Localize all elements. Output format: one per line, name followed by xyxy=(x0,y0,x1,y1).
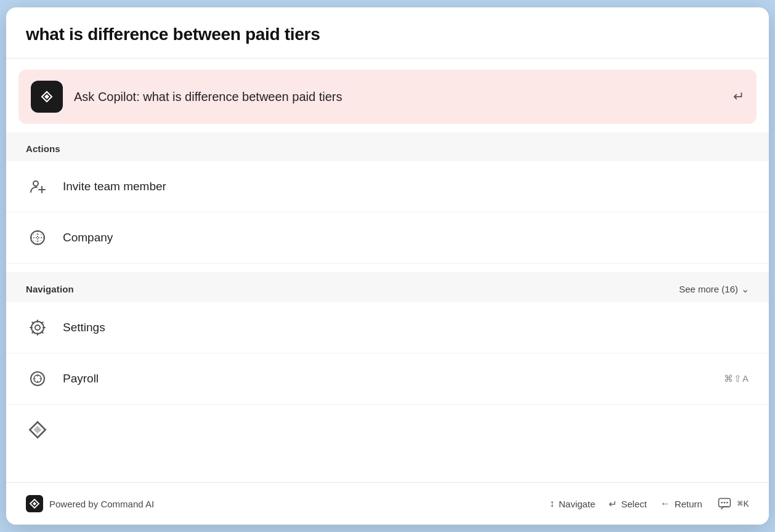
svg-point-16 xyxy=(721,502,723,504)
modal-header: what is difference between paid tiers xyxy=(6,7,769,58)
svg-point-11 xyxy=(31,321,44,334)
return-label: Return xyxy=(675,499,702,509)
footer-brand: Powered by Command AI xyxy=(26,495,154,512)
actions-list: Invite team member Company xyxy=(6,161,769,264)
payroll-icon xyxy=(26,367,49,390)
settings-icon xyxy=(26,316,49,339)
partial-icon xyxy=(26,418,49,441)
action-item-payroll[interactable]: Payroll ⌘⇧A xyxy=(6,353,769,405)
navigation-section-header: Navigation See more (16) ⌄ xyxy=(6,272,769,302)
copilot-enter-icon: ↵ xyxy=(733,89,744,105)
svg-point-1 xyxy=(33,181,38,186)
copilot-text: Ask Copilot: what is difference between … xyxy=(74,90,722,104)
footer-navigate: ↕ Navigate xyxy=(550,498,595,509)
svg-point-5 xyxy=(31,231,44,244)
copilot-row[interactable]: Ask Copilot: what is difference between … xyxy=(18,70,757,124)
action-label-payroll: Payroll xyxy=(63,372,99,385)
navigate-icon: ↕ xyxy=(550,498,554,509)
navigation-section-label: Navigation xyxy=(26,284,74,294)
action-label-invite-team-member: Invite team member xyxy=(63,180,166,193)
see-more-button[interactable]: See more (16) ⌄ xyxy=(679,283,749,295)
action-item-settings[interactable]: Settings xyxy=(6,302,769,353)
chat-icon xyxy=(716,495,733,512)
footer-select: ↵ Select xyxy=(609,498,647,510)
footer-return: ← Return xyxy=(660,498,702,509)
return-icon: ← xyxy=(660,498,670,509)
payroll-shortcut: ⌘⇧A xyxy=(724,373,749,384)
invite-icon xyxy=(26,175,49,198)
command-palette-modal: what is difference between paid tiers As… xyxy=(6,7,769,525)
action-item-invite-team-member[interactable]: Invite team member xyxy=(6,161,769,212)
navigate-label: Navigate xyxy=(559,499,595,509)
action-item-company[interactable]: Company xyxy=(6,212,769,264)
select-icon: ↵ xyxy=(609,498,617,510)
copilot-logo-icon xyxy=(37,87,57,107)
cmd-k-label: ⌘K xyxy=(737,498,749,510)
footer-cmd-k: ⌘K xyxy=(716,495,749,512)
svg-point-18 xyxy=(726,502,728,504)
action-label-company: Company xyxy=(63,231,113,244)
footer-brand-logo-icon xyxy=(26,495,43,512)
navigation-list: Settings Payroll ⌘⇧A xyxy=(6,302,769,448)
footer-brand-label: Powered by Command AI xyxy=(49,499,154,509)
footer-shortcuts: ↕ Navigate ↵ Select ← Return xyxy=(550,495,749,512)
svg-point-12 xyxy=(31,372,44,385)
select-label: Select xyxy=(621,499,647,509)
svg-point-17 xyxy=(724,502,726,504)
chevron-down-icon: ⌄ xyxy=(741,283,749,295)
action-label-settings: Settings xyxy=(63,321,105,334)
svg-point-10 xyxy=(35,325,40,330)
footer: Powered by Command AI ↕ Navigate ↵ Selec… xyxy=(6,482,769,525)
action-item-partial[interactable] xyxy=(6,405,769,448)
company-icon xyxy=(26,226,49,249)
modal-title: what is difference between paid tiers xyxy=(26,25,749,44)
actions-section-label: Actions xyxy=(26,143,60,154)
see-more-label: See more (16) xyxy=(679,284,738,294)
copilot-logo xyxy=(31,81,63,113)
actions-section-header: Actions xyxy=(6,132,769,161)
